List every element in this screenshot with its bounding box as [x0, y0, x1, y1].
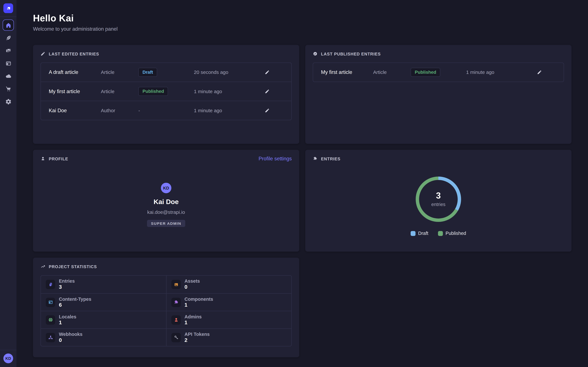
status-badge: Draft: [138, 68, 157, 77]
sidebar-item-content-manager[interactable]: [3, 32, 14, 43]
legend-label: Draft: [418, 231, 428, 236]
content-type-builder-icon: [5, 60, 11, 67]
stat-assets: Assets 0: [166, 276, 291, 293]
last-published-entries-card: LAST PUBLISHED ENTRIES My first article …: [305, 45, 571, 144]
card-title: PROFILE: [49, 156, 68, 161]
profile-settings-link[interactable]: Profile settings: [259, 156, 292, 161]
pencil-icon: [537, 70, 542, 75]
entry-name: A draft article: [49, 69, 78, 75]
entry-time: 1 minute ago: [194, 89, 222, 94]
card-header: PROJECT STATISTICS: [33, 258, 299, 269]
trend-up-icon: [41, 264, 45, 269]
entry-name: My first article: [321, 69, 352, 75]
stat-label: Admins: [185, 314, 202, 319]
stat-label: Components: [185, 296, 213, 302]
last-edited-table: A draft article Article Draft 20 seconds…: [41, 62, 292, 120]
sidebar: KD: [0, 0, 17, 367]
user-icon: [173, 317, 179, 323]
strapi-logo[interactable]: [3, 3, 13, 13]
edit-entry-button[interactable]: [537, 70, 542, 75]
documents-icon: [48, 282, 53, 287]
legend-item-published: Published: [438, 231, 466, 236]
status-cell: Published: [138, 87, 168, 96]
strapi-admin-homepage: KD Hello Kai Welcome to your administrat…: [0, 0, 588, 367]
stat-webhooks: Webhooks 0: [41, 328, 166, 346]
draft-swatch: [411, 231, 415, 236]
key-icon: [173, 335, 179, 340]
sidebar-nav: [0, 17, 17, 107]
pencil-icon: [265, 108, 270, 113]
sidebar-item-content-type-builder[interactable]: [3, 58, 14, 69]
feather-icon: [5, 34, 11, 41]
stat-api-tokens: API Tokens 2: [166, 328, 291, 346]
page-title: Hello Kai: [33, 13, 571, 24]
puzzle-icon: [173, 300, 179, 305]
entry-time: 1 minute ago: [194, 108, 222, 113]
widgets-grid: LAST EDITED ENTRIES A draft article Arti…: [33, 45, 571, 357]
stat-value: 0: [185, 284, 200, 290]
entry-time: 1 minute ago: [466, 69, 494, 75]
profile-name: Kai Doe: [154, 198, 179, 206]
edit-entry-button[interactable]: [265, 89, 270, 94]
marketplace-cart-icon: [5, 86, 11, 92]
chart-legend: Draft Published: [305, 231, 571, 236]
entry-name: My first article: [49, 89, 80, 94]
entry-kind: Article: [373, 69, 387, 75]
status-badge: Published: [411, 68, 440, 77]
entry-kind: Article: [101, 89, 114, 94]
legend-item-draft: Draft: [411, 231, 428, 236]
sidebar-item-home[interactable]: [3, 19, 14, 31]
settings-gear-icon: [5, 98, 11, 105]
entry-name: Kai Doe: [49, 108, 67, 113]
stat-label: Assets: [185, 279, 200, 284]
project-statistics-card: PROJECT STATISTICS Entries: [33, 258, 299, 357]
stat-label: API Tokens: [185, 332, 210, 337]
status-empty: -: [138, 108, 140, 113]
stat-label: Entries: [59, 279, 75, 284]
home-icon: [5, 22, 11, 28]
pencil-icon: [41, 51, 45, 56]
sidebar-item-settings[interactable]: [3, 96, 14, 107]
stat-components: Components 1: [166, 293, 291, 311]
stat-admins: Admins 1: [166, 311, 291, 328]
status-badge: Published: [138, 87, 168, 96]
globe-icon: [48, 317, 53, 323]
profile-email: kai.doe@strapi.io: [147, 209, 185, 215]
page-subtitle: Welcome to your administration panel: [33, 26, 571, 32]
stat-label: Webhooks: [59, 332, 82, 337]
avatar: KD: [161, 183, 171, 193]
donut-svg: [414, 175, 463, 224]
sidebar-item-marketplace[interactable]: [3, 83, 14, 94]
edit-entry-button[interactable]: [265, 70, 270, 75]
table-row[interactable]: Kai Doe Author - 1 minute ago: [41, 101, 291, 120]
stat-locales: Locales 1: [41, 311, 166, 328]
edit-entry-button[interactable]: [265, 108, 270, 113]
entry-kind: Author: [101, 108, 115, 113]
card-title: LAST EDITED ENTRIES: [49, 51, 99, 56]
stat-content-types: Content-Types 6: [41, 293, 166, 311]
legend-label: Published: [446, 231, 466, 236]
published-swatch: [438, 231, 443, 236]
cloud-icon: [5, 73, 11, 79]
profile-body: KD Kai Doe kai.doe@strapi.io SUPER ADMIN: [33, 183, 299, 227]
entry-kind: Article: [101, 69, 114, 75]
user-icon: [41, 156, 45, 161]
pencil-icon: [265, 89, 270, 94]
table-row[interactable]: My first article Article Published 1 min…: [313, 63, 564, 82]
table-row[interactable]: A draft article Article Draft 20 seconds…: [41, 63, 291, 82]
strapi-logo-icon: [5, 5, 11, 11]
card-header: LAST EDITED ENTRIES: [33, 45, 299, 56]
card-title: LAST PUBLISHED ENTRIES: [321, 51, 381, 56]
image-icon: [173, 282, 179, 287]
stat-entries: Entries 3: [41, 276, 166, 293]
table-row[interactable]: My first article Article Published 1 min…: [41, 82, 291, 101]
main-content: Hello Kai Welcome to your administration…: [17, 0, 588, 357]
profile-card: PROFILE Profile settings KD Kai Doe kai.…: [33, 150, 299, 251]
user-avatar[interactable]: KD: [3, 353, 13, 363]
card-header: LAST PUBLISHED ENTRIES: [305, 45, 571, 56]
sidebar-item-media-library[interactable]: [3, 45, 14, 56]
sidebar-item-deploy[interactable]: [3, 70, 14, 82]
stat-value: 3: [59, 284, 75, 290]
card-header: ENTRIES: [305, 150, 571, 161]
stat-value: 2: [185, 337, 210, 343]
